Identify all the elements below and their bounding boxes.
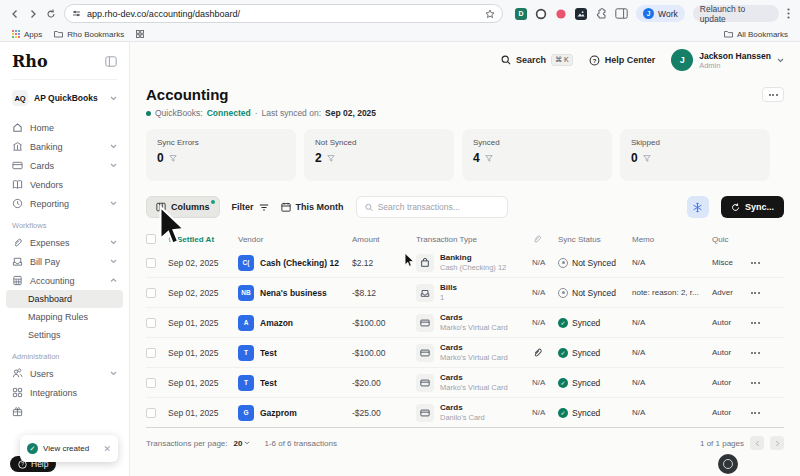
extension-red-dot-icon[interactable] xyxy=(555,8,567,20)
extension-photo-icon[interactable] xyxy=(575,8,587,20)
select-all-checkbox[interactable] xyxy=(146,234,156,244)
bookmark-rho-folder[interactable]: Rho Bookmarks xyxy=(54,30,124,39)
sidebar-subitem-settings[interactable]: Settings xyxy=(6,326,123,344)
table-row[interactable]: Sep 02, 2025 NBNena's business -$8.12 Bi… xyxy=(146,278,784,308)
per-page-select[interactable]: 20 xyxy=(234,439,251,448)
sidebar-item-banking[interactable]: Banking xyxy=(12,137,117,156)
sidebar-item-gift[interactable] xyxy=(12,402,117,421)
card-icon xyxy=(416,314,434,332)
sidebar-item-expenses[interactable]: Expenses xyxy=(12,233,117,252)
browser-profile-button[interactable]: J Work xyxy=(636,5,685,22)
extensions-group: D xyxy=(515,8,607,20)
column-header-attachment[interactable] xyxy=(532,234,558,244)
row-overflow-menu[interactable] xyxy=(746,262,764,264)
relaunch-update-button[interactable]: Relaunch to update xyxy=(693,5,779,22)
row-overflow-menu[interactable] xyxy=(746,292,764,294)
row-overflow-menu[interactable] xyxy=(746,352,764,354)
separator: · xyxy=(255,108,258,118)
sidebar-item-home[interactable]: Home xyxy=(12,118,117,137)
extension-d-icon[interactable]: D xyxy=(515,8,527,20)
extension-ring-icon[interactable] xyxy=(535,8,547,20)
relaunch-label: Relaunch to update xyxy=(700,4,772,24)
extensions-puzzle-icon[interactable] xyxy=(595,8,607,20)
side-panel-icon[interactable] xyxy=(615,8,628,19)
recorder-widget[interactable] xyxy=(718,454,738,474)
sidebar-subitem-dashboard[interactable]: Dashboard xyxy=(6,290,123,308)
transactions-search[interactable] xyxy=(356,196,508,218)
bookmark-apps[interactable]: Apps xyxy=(12,30,42,39)
global-search-button[interactable]: Search ⌘ K xyxy=(501,54,573,66)
browser-menu-icon[interactable] xyxy=(787,8,790,19)
row-checkbox[interactable] xyxy=(146,348,156,358)
stat-card-synced[interactable]: Synced 4 xyxy=(462,129,612,181)
sidebar-item-reporting[interactable]: Reporting xyxy=(12,194,117,213)
row-overflow-menu[interactable] xyxy=(746,382,764,384)
qb-label: QuickBooks: xyxy=(155,108,203,118)
prev-page-button[interactable] xyxy=(750,436,764,450)
user-menu[interactable]: J Jackson Hanssen Admin xyxy=(671,49,784,71)
column-header-sync-status[interactable]: Sync Status xyxy=(558,235,632,244)
table-row[interactable]: Sep 01, 2025 GGazprom -$25.00 CardsDanil… xyxy=(146,398,784,428)
table-row[interactable]: Sep 01, 2025 TTest -$100.00 CardsMarko's… xyxy=(146,338,784,368)
row-checkbox[interactable] xyxy=(146,408,156,418)
columns-button[interactable]: Columns xyxy=(146,196,220,218)
vendor-name: Nena's business xyxy=(260,288,327,298)
attachment-cell: N/A xyxy=(532,288,558,297)
toast-close-icon[interactable]: ✕ xyxy=(103,444,111,454)
table-row[interactable]: Sep 01, 2025 AAmazon -$100.00 CardsMarko… xyxy=(146,308,784,338)
next-page-button[interactable] xyxy=(770,436,784,450)
memo-cell: N/A xyxy=(632,378,712,387)
sidebar-item-users[interactable]: Users xyxy=(12,364,117,383)
forward-icon[interactable] xyxy=(28,9,38,19)
sidebar-item-cards[interactable]: Cards xyxy=(12,156,117,175)
column-header-vendor[interactable]: Vendor xyxy=(238,235,352,244)
search-icon xyxy=(501,55,511,65)
url-bar[interactable]: app.rho-dev.co/accounting/dashboard/ xyxy=(64,4,503,23)
filter-button[interactable]: Filter xyxy=(232,202,269,212)
stat-card-sync-errors[interactable]: Sync Errors 0 xyxy=(146,129,296,181)
bookmark-rho-label: Rho Bookmarks xyxy=(67,30,124,39)
sidebar-subitem-mapping-rules[interactable]: Mapping Rules xyxy=(6,308,123,326)
row-checkbox[interactable] xyxy=(146,378,156,388)
reload-icon[interactable] xyxy=(46,9,56,19)
sidebar-item-vendors[interactable]: Vendors xyxy=(12,175,117,194)
page-overflow-menu[interactable] xyxy=(762,87,784,102)
stat-card-not-synced[interactable]: Not Synced 2 xyxy=(304,129,454,181)
bookmark-grid-icon[interactable] xyxy=(136,30,144,38)
amount-cell: -$25.00 xyxy=(352,408,416,418)
sidebar-item-bill-pay[interactable]: Bill Pay xyxy=(12,252,117,271)
row-checkbox[interactable] xyxy=(146,318,156,328)
all-bookmarks[interactable]: All Bookmarks xyxy=(724,30,788,39)
freeze-button[interactable] xyxy=(687,196,709,218)
row-overflow-menu[interactable] xyxy=(746,412,764,414)
memo-cell: N/A xyxy=(632,258,712,267)
back-icon[interactable] xyxy=(10,9,20,19)
sidebar-collapse-icon[interactable] xyxy=(105,56,117,67)
table-toolbar: Columns Filter This Month xyxy=(146,196,784,218)
row-checkbox[interactable] xyxy=(146,258,156,268)
table-row[interactable]: Sep 02, 2025 C(Cash (Checking) 12 $2.12 … xyxy=(146,248,784,278)
sidebar-item-accounting[interactable]: Accounting xyxy=(12,271,117,290)
column-header-quickbooks[interactable]: Quic xyxy=(712,235,746,244)
avatar: J xyxy=(671,49,693,71)
amount-cell: -$100.00 xyxy=(352,348,416,358)
row-checkbox[interactable] xyxy=(146,288,156,298)
column-header-memo[interactable]: Memo xyxy=(632,235,712,244)
bookmark-star-icon[interactable] xyxy=(485,9,495,19)
url-text[interactable]: app.rho-dev.co/accounting/dashboard/ xyxy=(87,9,479,19)
sync-button[interactable]: Sync... xyxy=(721,196,784,218)
chevron-down-icon xyxy=(110,240,117,245)
site-settings-icon[interactable] xyxy=(72,9,81,18)
row-overflow-menu[interactable] xyxy=(746,322,764,324)
attachment-cell[interactable] xyxy=(532,347,558,358)
table-row[interactable]: Sep 01, 2025 TTest -$20.00 CardsMarko's … xyxy=(146,368,784,398)
stat-card-skipped[interactable]: Skipped 0 xyxy=(620,129,770,181)
date-range-button[interactable]: This Month xyxy=(281,202,344,212)
org-switcher[interactable]: AQ AP QuickBooks xyxy=(12,90,117,106)
search-transactions-input[interactable] xyxy=(378,202,499,212)
column-header-settled-at[interactable]: Settled At xyxy=(168,235,238,244)
sidebar-item-integrations[interactable]: Integrations xyxy=(12,383,117,402)
help-center-button[interactable]: ? Help Center xyxy=(589,55,656,66)
column-header-amount[interactable]: Amount xyxy=(352,235,416,244)
column-header-type[interactable]: Transaction Type xyxy=(416,235,532,244)
